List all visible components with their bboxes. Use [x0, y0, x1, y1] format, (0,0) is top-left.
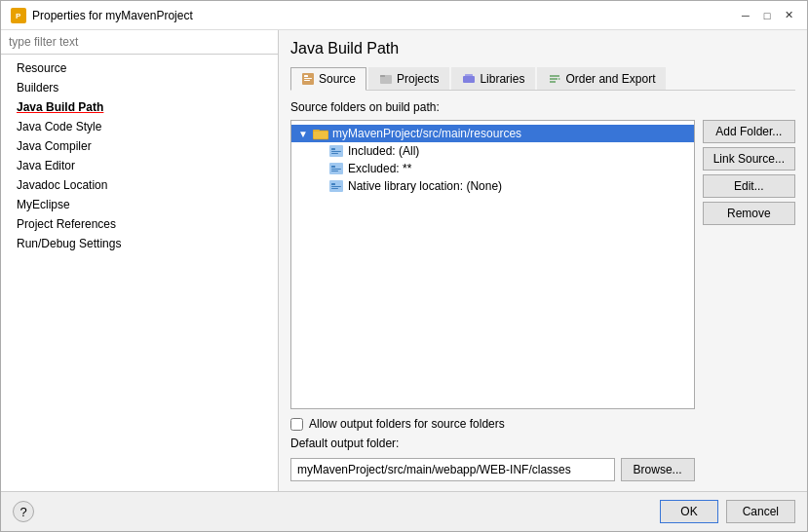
tab-order-export[interactable]: Order and Export — [537, 67, 666, 90]
tab-libraries-label: Libraries — [480, 72, 524, 86]
svg-rect-3 — [304, 75, 308, 77]
sub-item-icon-2 — [328, 162, 344, 175]
link-source-button[interactable]: Link Source... — [703, 147, 795, 171]
title-controls: ─ □ ✕ — [737, 7, 797, 24]
svg-text:P: P — [16, 12, 21, 20]
tabs-bar: Source Projects — [290, 67, 795, 91]
tab-libraries[interactable]: Libraries — [451, 67, 535, 90]
right-panel: Java Build Path Source — [279, 30, 807, 491]
nav-item-project-references[interactable]: Project References — [1, 214, 278, 234]
remove-button[interactable]: Remove — [703, 202, 795, 225]
folder-icon — [313, 127, 328, 140]
svg-rect-19 — [331, 166, 335, 168]
window-title: Properties for myMavenProject — [32, 9, 193, 22]
browse-button[interactable]: Browse... — [621, 458, 695, 481]
title-bar: P Properties for myMavenProject ─ □ ✕ — [1, 1, 807, 30]
checkbox-label: Allow output folders for source folders — [309, 417, 505, 431]
main-area: ▼ myMavenProject/src/main/resources — [290, 120, 795, 481]
edit-button[interactable]: Edit... — [703, 174, 795, 198]
bottom-bar: ? OK Cancel — [1, 491, 807, 531]
nav-item-myeclipse[interactable]: MyEclipse — [1, 195, 278, 214]
tab-source-label: Source — [319, 72, 356, 86]
svg-marker-10 — [558, 78, 560, 80]
source-tab-icon — [301, 72, 315, 86]
tree-row-2[interactable]: Excluded: ** — [291, 160, 694, 177]
output-folder-input[interactable] — [290, 458, 615, 481]
page-title: Java Build Path — [290, 40, 795, 57]
svg-rect-16 — [331, 151, 341, 152]
svg-rect-15 — [331, 148, 335, 150]
svg-rect-7 — [380, 75, 385, 77]
svg-rect-4 — [304, 78, 312, 79]
nav-item-builders[interactable]: Builders — [1, 78, 278, 97]
nav-item-java-build-path[interactable]: Java Build Path — [1, 97, 278, 117]
content-area: Resource Builders Java Build Path Java C… — [1, 30, 807, 491]
action-buttons: Add Folder... Link Source... Edit... Rem… — [703, 120, 795, 481]
main-window: P Properties for myMavenProject ─ □ ✕ Re… — [0, 0, 808, 532]
nav-item-resource[interactable]: Resource — [1, 58, 278, 78]
left-panel: Resource Builders Java Build Path Java C… — [1, 30, 279, 491]
nav-item-java-code-style[interactable]: Java Code Style — [1, 117, 278, 136]
output-folder-label: Default output folder: — [290, 437, 695, 450]
add-folder-button[interactable]: Add Folder... — [703, 120, 795, 143]
tree-item-label: Native library location: (None) — [348, 179, 502, 193]
tab-projects[interactable]: Projects — [368, 67, 449, 90]
close-button[interactable]: ✕ — [780, 7, 797, 24]
bottom-left: ? — [13, 501, 34, 522]
projects-tab-icon — [379, 72, 393, 86]
tab-order-export-label: Order and Export — [565, 72, 655, 86]
filter-input[interactable] — [1, 30, 278, 55]
order-export-tab-icon — [548, 72, 561, 86]
maximize-button[interactable]: □ — [758, 7, 776, 24]
sub-item-icon-3 — [328, 179, 344, 193]
bottom-right: OK Cancel — [660, 500, 795, 523]
tree-item-label: Excluded: ** — [348, 162, 411, 175]
svg-rect-5 — [304, 80, 310, 81]
nav-item-java-compiler[interactable]: Java Compiler — [1, 136, 278, 156]
svg-rect-17 — [331, 153, 338, 154]
svg-rect-12 — [313, 130, 320, 133]
cancel-button[interactable]: Cancel — [726, 500, 795, 523]
svg-rect-21 — [331, 171, 338, 171]
svg-rect-23 — [331, 183, 335, 185]
libraries-tab-icon — [462, 72, 476, 86]
tree-section: ▼ myMavenProject/src/main/resources — [290, 120, 695, 481]
tree-row-3[interactable]: Native library location: (None) — [291, 177, 694, 195]
title-bar-left: P Properties for myMavenProject — [11, 8, 193, 23]
checkbox-row: Allow output folders for source folders — [290, 417, 695, 431]
help-button[interactable]: ? — [13, 501, 34, 522]
tree-item-label: myMavenProject/src/main/resources — [332, 127, 521, 140]
tree-area[interactable]: ▼ myMavenProject/src/main/resources — [290, 120, 695, 409]
section-label: Source folders on build path: — [290, 100, 795, 114]
svg-rect-24 — [331, 186, 341, 187]
svg-rect-25 — [331, 188, 338, 189]
svg-rect-20 — [331, 169, 341, 170]
tab-projects-label: Projects — [397, 72, 439, 86]
svg-rect-8 — [463, 76, 475, 83]
ok-button[interactable]: OK — [660, 500, 717, 523]
minimize-button[interactable]: ─ — [737, 7, 754, 24]
nav-item-run-debug-settings[interactable]: Run/Debug Settings — [1, 234, 278, 253]
chevron-down-icon: ▼ — [297, 128, 309, 139]
tab-source[interactable]: Source — [290, 67, 366, 91]
nav-item-java-editor[interactable]: Java Editor — [1, 156, 278, 175]
tree-item-label: Included: (All) — [348, 144, 419, 158]
output-folder-row: Browse... — [290, 458, 695, 481]
allow-output-folders-checkbox[interactable] — [290, 418, 303, 431]
nav-item-javadoc-location[interactable]: Javadoc Location — [1, 175, 278, 195]
sub-item-icon — [328, 144, 344, 158]
svg-rect-9 — [465, 74, 473, 76]
tree-row-0[interactable]: ▼ myMavenProject/src/main/resources — [291, 125, 694, 142]
tree-row-1[interactable]: Included: (All) — [291, 142, 694, 160]
nav-list: Resource Builders Java Build Path Java C… — [1, 55, 278, 257]
window-icon: P — [11, 8, 26, 23]
